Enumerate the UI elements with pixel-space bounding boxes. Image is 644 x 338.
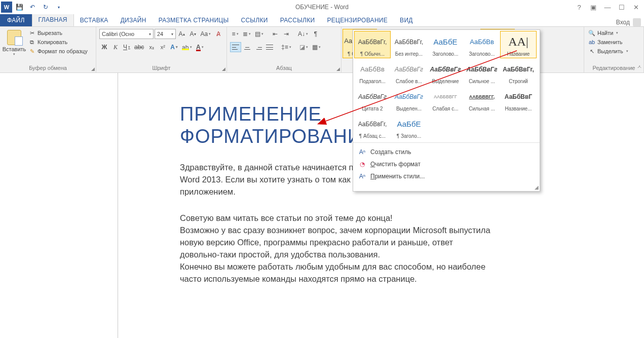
- style-option[interactable]: АаБбВвГг,Без интер...: [391, 31, 427, 58]
- apply-styles-icon: Аⁿ: [358, 172, 366, 180]
- scissors-icon: ✂: [28, 29, 35, 36]
- tab-home[interactable]: ГЛАВНАЯ: [32, 14, 74, 26]
- tab-mailings[interactable]: РАССЫЛКИ: [274, 15, 321, 26]
- bold-icon[interactable]: Ж: [99, 42, 109, 52]
- create-style-label: Создать стиль: [370, 148, 411, 156]
- qat-customize-icon[interactable]: ▾: [53, 1, 65, 13]
- style-option[interactable]: АаБбВвПодзагол...: [354, 58, 391, 86]
- redo-icon[interactable]: ↻: [40, 1, 52, 13]
- style-option[interactable]: АаБбВвГгСильное ...: [464, 58, 500, 86]
- style-option[interactable]: АаБбЕЗаголово...: [427, 31, 464, 58]
- sort-icon[interactable]: A↓: [296, 29, 310, 39]
- undo-icon[interactable]: ↶: [26, 1, 39, 13]
- user-icon[interactable]: [633, 18, 641, 26]
- paste-icon: [7, 30, 21, 45]
- minimize-icon[interactable]: —: [602, 4, 613, 11]
- copy-button[interactable]: ⧉Копировать: [27, 38, 89, 46]
- select-button[interactable]: ↖Выделить▾: [587, 47, 629, 55]
- style-option[interactable]: АаБбВвГгЦитата 2: [354, 86, 391, 113]
- font-launcher-icon[interactable]: ◢: [222, 66, 225, 71]
- find-button[interactable]: 🔍Найти▾: [587, 29, 629, 37]
- change-case-icon[interactable]: Aa: [199, 29, 212, 39]
- font-color-icon[interactable]: A: [195, 42, 205, 52]
- clear-format-button[interactable]: ◔ Очистить формат: [353, 158, 540, 170]
- ribbon-display-icon[interactable]: ▣: [588, 4, 598, 11]
- style-option[interactable]: АаБбВвЗаголово...: [464, 31, 500, 58]
- style-option[interactable]: ААББВВГГСлабая с...: [427, 86, 464, 113]
- window-controls: ? ▣ — ☐ ✕: [574, 4, 644, 11]
- style-option[interactable]: ААББВВГГ,Сильная ...: [464, 86, 500, 113]
- subscript-icon[interactable]: x₂: [146, 42, 157, 52]
- title-line2: ФОРМАТИРОВАНИ: [180, 126, 362, 147]
- format-painter-button[interactable]: ✎Формат по образцу: [27, 47, 89, 55]
- tab-file[interactable]: ФАЙЛ: [0, 14, 32, 26]
- paragraph-launcher-icon[interactable]: ◢: [336, 66, 340, 71]
- maximize-icon[interactable]: ☐: [617, 4, 627, 11]
- font-name-combo[interactable]: Calibri (Осно▾: [99, 29, 154, 39]
- increase-indent-icon[interactable]: ⇥: [281, 29, 291, 39]
- show-marks-icon[interactable]: ¶: [311, 29, 321, 39]
- group-clipboard-label: Буфер обмена: [3, 64, 93, 71]
- style-option[interactable]: АА|Название: [500, 31, 537, 58]
- style-option[interactable]: АаБбВвГг,Строгий: [500, 58, 537, 86]
- tab-review[interactable]: РЕЦЕНЗИРОВАНИЕ: [321, 15, 394, 26]
- strikethrough-icon[interactable]: abc: [133, 42, 145, 52]
- group-paragraph: ≡ ≣ ▤ ⇤ ⇥ A↓ ¶ ‡≡: [227, 27, 342, 72]
- tab-references[interactable]: ССЫЛКИ: [235, 15, 274, 26]
- replace-label: Заменить: [597, 39, 622, 45]
- italic-icon[interactable]: К: [110, 42, 121, 52]
- align-center-icon[interactable]: [242, 42, 252, 52]
- replace-button[interactable]: abЗаменить: [587, 38, 629, 46]
- create-style-button[interactable]: Аⁿ Создать стиль: [353, 146, 540, 158]
- align-left-icon[interactable]: [230, 42, 241, 52]
- style-option[interactable]: АаБбВвГНазвание...: [500, 86, 537, 113]
- multilevel-icon[interactable]: ▤: [253, 29, 265, 39]
- word-icon[interactable]: W: [1, 2, 12, 13]
- decrease-indent-icon[interactable]: ⇤: [270, 29, 280, 39]
- align-right-icon[interactable]: [253, 42, 263, 52]
- line-spacing-icon[interactable]: ‡≡: [280, 42, 293, 52]
- style-option[interactable]: АаБбВвГгСлабое в...: [391, 58, 427, 86]
- close-icon[interactable]: ✕: [631, 4, 641, 11]
- justify-icon[interactable]: [264, 42, 275, 52]
- cut-button[interactable]: ✂Вырезать: [27, 29, 89, 37]
- tab-view[interactable]: ВИД: [394, 15, 419, 26]
- clipboard-launcher-icon[interactable]: ◢: [91, 66, 95, 71]
- brush-icon: ✎: [28, 48, 35, 55]
- style-option[interactable]: АаБбВвГг,¶ Абзац с...: [354, 113, 391, 140]
- borders-icon[interactable]: ▦: [311, 42, 322, 52]
- shrink-font-icon[interactable]: A▾: [188, 29, 198, 39]
- paste-button[interactable]: Вставить ▾: [3, 29, 25, 64]
- save-icon[interactable]: 💾: [13, 1, 25, 13]
- highlight-icon[interactable]: ab: [180, 42, 194, 52]
- select-icon: ↖: [588, 48, 595, 55]
- text-effects-icon[interactable]: A: [169, 42, 179, 52]
- copy-label: Копировать: [37, 39, 67, 45]
- collapse-ribbon-icon[interactable]: ㅅ: [637, 63, 642, 70]
- bullets-icon[interactable]: ≡: [230, 29, 240, 39]
- quick-access-toolbar: W 💾 ↶ ↻ ▾: [0, 1, 65, 13]
- style-option[interactable]: АаБбВвГг,¶ Обычн...: [354, 31, 391, 58]
- tab-insert[interactable]: ВСТАВКА: [74, 15, 115, 26]
- apply-styles-button[interactable]: Аⁿ Применить стили...: [353, 170, 540, 182]
- help-icon[interactable]: ?: [574, 4, 584, 11]
- find-label: Найти: [597, 30, 613, 36]
- clear-formatting-icon[interactable]: A̷: [213, 29, 223, 39]
- tab-design[interactable]: ДИЗАЙН: [115, 15, 153, 26]
- font-size-combo[interactable]: 24▾: [155, 29, 176, 39]
- style-option[interactable]: АаБбВвГгВыделен...: [391, 86, 427, 113]
- numbering-icon[interactable]: ≣: [241, 29, 252, 39]
- underline-icon[interactable]: Ч: [122, 42, 132, 52]
- document-area[interactable]: ПРИМЕНЕНИЕ ФОРМАТИРОВАНИ Здравствуйте, в…: [0, 73, 644, 338]
- select-label: Выделить: [597, 48, 623, 54]
- group-editing: 🔍Найти▾ abЗаменить ↖Выделить▾ Редактиров…: [584, 27, 644, 72]
- style-option[interactable]: АаБбВвГгВыделение: [427, 58, 464, 86]
- login-label[interactable]: Вход: [616, 19, 630, 26]
- paragraph-2[interactable]: Советую вам читать все статьи по этой те…: [180, 212, 494, 285]
- grow-font-icon[interactable]: A▴: [177, 29, 187, 39]
- superscript-icon[interactable]: x²: [158, 42, 168, 52]
- style-option[interactable]: АаБбЕ¶ Заголо...: [391, 113, 427, 140]
- resize-grip-icon[interactable]: ◢: [353, 184, 540, 191]
- shading-icon[interactable]: ◪: [298, 42, 310, 52]
- tab-layout[interactable]: РАЗМЕТКА СТРАНИЦЫ: [153, 15, 235, 26]
